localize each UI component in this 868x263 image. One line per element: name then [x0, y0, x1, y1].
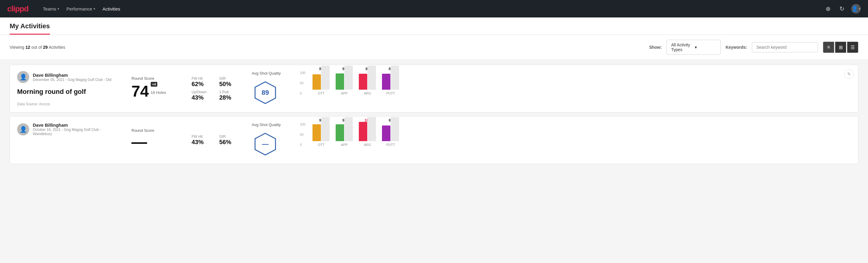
performance-chevron-icon: ▾ — [94, 7, 95, 11]
bar-arg-bg — [368, 66, 376, 90]
viewing-total: 29 — [43, 45, 48, 50]
score-number-2: — — [131, 134, 147, 150]
chart-area-2: 100 50 0 94 OTT 93 — [300, 122, 851, 152]
updown-label: Up/Down — [192, 90, 212, 94]
user-avatar[interactable]: 👤 ▾ — [851, 4, 861, 13]
show-label: Show: — [649, 45, 662, 50]
fw-hit-stat: FW Hit 62% — [192, 77, 212, 88]
bar-app-label-2: APP — [341, 143, 348, 147]
fw-hit-value-2: 43% — [192, 139, 212, 146]
round-score-label-1: Round Score — [131, 76, 180, 81]
bar-ott-fill-2 — [312, 124, 321, 141]
page-title: My Activities — [10, 22, 50, 35]
bar-app-label: APP — [341, 91, 348, 95]
fw-hit-label: FW Hit — [192, 77, 212, 81]
activity-type-dropdown[interactable]: All Activity Types ▾ — [666, 40, 721, 55]
dropdown-chevron-icon: ▾ — [695, 45, 716, 50]
avg-shot-quality-1: Avg Shot Quality 89 — [252, 71, 288, 106]
nav-teams[interactable]: Teams ▾ — [43, 6, 59, 11]
one-putt-value: 28% — [219, 94, 240, 101]
bar-app-fill-2 — [336, 124, 344, 141]
y-label-100-2: 100 — [300, 122, 305, 126]
bar-arg-fill-2 — [359, 122, 367, 141]
bar-chart-2: 100 50 0 94 OTT 93 — [300, 122, 851, 158]
round-score-value-2: — — [131, 134, 180, 150]
hexagon-2: — — [252, 130, 279, 158]
page-title-section: My Activities — [0, 18, 868, 35]
bar-putt-bg-2 — [391, 117, 399, 141]
header: clippd Teams ▾ Performance ▾ Activities … — [0, 0, 868, 18]
activities-list: ✎ 👤 Dave Billingham December 05, 2021 - … — [0, 60, 868, 169]
avg-shot-label-2: Avg Shot Quality — [252, 122, 281, 127]
bar-arg-bar — [359, 71, 376, 90]
main-nav: Teams ▾ Performance ▾ Activities — [43, 6, 120, 11]
view-list-button[interactable]: ≡ — [823, 41, 834, 53]
activity-card-1: ✎ 👤 Dave Billingham December 05, 2021 - … — [10, 65, 858, 113]
user-row-1: 👤 Dave Billingham December 05, 2021 - Go… — [17, 71, 119, 83]
user-chevron-icon: ▾ — [859, 7, 861, 11]
refresh-icon[interactable]: ↻ — [837, 4, 846, 13]
user-name-2: Dave Billingham — [33, 122, 119, 127]
gir-value: 50% — [219, 81, 240, 88]
bar-ott-label: OTT — [318, 91, 324, 95]
one-putt-label: 1 Putt — [219, 90, 240, 94]
bar-putt-2: 87 PUTT — [382, 118, 399, 147]
score-number-1: 74 — [131, 83, 149, 99]
bar-app-bg-2 — [344, 117, 353, 141]
bar-ott-2: 94 OTT — [312, 118, 330, 147]
view-compact-button[interactable]: ☰ — [847, 41, 858, 53]
bar-chart-1: 100 50 0 85 OTT — [300, 71, 851, 106]
user-date-2: October 16, 2021 - Gog Magog Golf Club -… — [33, 127, 119, 136]
bar-ott-bg — [321, 66, 330, 90]
fw-hit-label-2: FW Hit — [192, 135, 212, 139]
fw-hit-stat-2: FW Hit 43% — [192, 135, 212, 146]
chart-area-1: 100 50 0 85 OTT — [300, 71, 851, 101]
logo: clippd — [7, 4, 29, 13]
user-icon: 👤 — [851, 5, 858, 12]
add-icon[interactable]: ⊕ — [824, 4, 833, 13]
bar-putt-fill-2 — [382, 125, 391, 141]
gir-stat-2: GIR 56% — [219, 135, 240, 146]
bar-ott-bg-2 — [321, 117, 330, 141]
gir-stat: GIR 50% — [219, 77, 240, 88]
search-input[interactable] — [752, 42, 818, 52]
avatar-1: 👤 — [17, 71, 29, 83]
activity-card-2: 👤 Dave Billingham October 16, 2021 - Gog… — [10, 116, 858, 164]
stat-pairs-2: FW Hit 43% GIR 56% — [192, 135, 240, 146]
bar-putt-label: PUTT — [386, 91, 395, 95]
bar-arg-bar-2 — [359, 123, 376, 141]
card-left-1: 👤 Dave Billingham December 05, 2021 - Go… — [17, 71, 119, 106]
nav-performance[interactable]: Performance ▾ — [66, 6, 95, 11]
bar-putt-bar — [382, 71, 399, 90]
y-axis-1: 100 50 0 — [300, 71, 305, 95]
bar-arg-label-2: ARG — [364, 143, 371, 147]
data-source-1: Data Source: Arccos — [17, 102, 119, 106]
round-score-value-1: 74 +4 18 Holes — [131, 82, 180, 99]
y-label-0: 0 — [300, 91, 305, 95]
bar-app-bar-2 — [336, 123, 353, 141]
user-info-2: Dave Billingham October 16, 2021 - Gog M… — [33, 122, 119, 136]
hexagon-value-1: 89 — [262, 89, 269, 96]
nav-activities[interactable]: Activities — [102, 6, 120, 11]
view-grid-button[interactable]: ⊞ — [835, 41, 846, 53]
user-name-1: Dave Billingham — [33, 72, 111, 78]
y-label-50: 50 — [300, 81, 305, 85]
user-info-1: Dave Billingham December 05, 2021 - Gog … — [33, 72, 111, 82]
view-toggle-group: ≡ ⊞ ☰ — [823, 41, 858, 53]
y-label-50-2: 50 — [300, 133, 305, 136]
bar-app-fill — [336, 74, 344, 90]
bar-app-bar — [336, 71, 353, 90]
gir-label-2: GIR — [219, 135, 240, 139]
user-row-2: 👤 Dave Billingham October 16, 2021 - Gog… — [17, 122, 119, 136]
bar-arg-bg-2 — [368, 117, 376, 141]
bar-putt: 89 PUTT — [382, 67, 399, 95]
avg-shot-label-1: Avg Shot Quality — [252, 71, 281, 76]
bar-app-2: 93 APP — [336, 118, 353, 147]
stat-pairs-1: FW Hit 62% GIR 50% Up/Down 43% 1 Putt 28… — [192, 77, 240, 101]
user-date-1: December 05, 2021 - Gog Magog Golf Club … — [33, 78, 111, 82]
user-avatar-icon-2: 👤 — [20, 126, 27, 133]
bar-app-bg — [344, 66, 353, 90]
gir-label: GIR — [219, 77, 240, 81]
one-putt-stat: 1 Putt 28% — [219, 90, 240, 101]
avatar-2: 👤 — [17, 123, 29, 136]
